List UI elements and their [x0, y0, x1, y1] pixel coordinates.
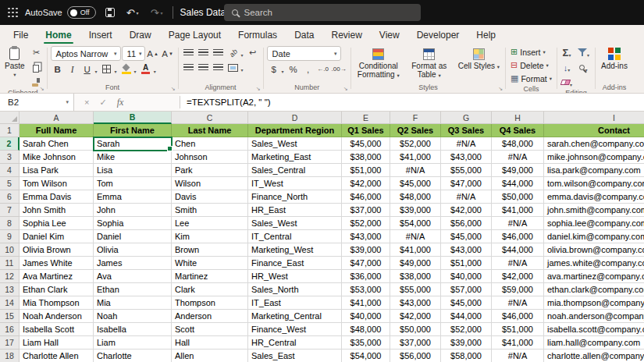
cell-I3[interactable]: mike.johnson@company.com	[544, 151, 644, 164]
cell-A3[interactable]: Mike Johnson	[20, 151, 94, 164]
column-header-A[interactable]: A	[20, 112, 94, 124]
cell-B10[interactable]: Olivia	[94, 243, 172, 257]
dialog-launcher-icon[interactable]: ↘	[40, 86, 44, 91]
cell-I6[interactable]: emma.davis@company.com	[544, 190, 644, 204]
cell-F7[interactable]: $39,000	[390, 204, 441, 217]
cell-C5[interactable]: Wilson	[172, 177, 248, 190]
copy-button[interactable]	[30, 61, 44, 74]
borders-button[interactable]	[100, 62, 114, 76]
cell-B4[interactable]: Lisa	[94, 164, 172, 177]
header-cell-E1[interactable]: Q1 Sales	[342, 124, 390, 137]
cell-G7[interactable]: $42,000	[441, 204, 492, 217]
cell-F14[interactable]: $43,000	[390, 296, 441, 310]
tab-data[interactable]: Data	[286, 25, 322, 44]
row-header-13[interactable]: 13	[0, 283, 20, 296]
cell-B15[interactable]: Noah	[94, 310, 172, 323]
cell-F13[interactable]: $55,000	[390, 283, 441, 296]
cell-G16[interactable]: $52,000	[441, 323, 492, 336]
tab-formulas[interactable]: Formulas	[229, 25, 286, 44]
cell-D12[interactable]: HR_West	[248, 270, 342, 283]
cell-C14[interactable]: Thompson	[172, 296, 248, 310]
app-launcher-icon[interactable]	[8, 8, 18, 18]
cell-D15[interactable]: Marketing_Central	[248, 310, 342, 323]
cell-F16[interactable]: $50,000	[390, 323, 441, 336]
cell-I11[interactable]: james.white@company.com	[544, 257, 644, 270]
cell-D16[interactable]: Finance_West	[248, 323, 342, 336]
cell-E18[interactable]: $54,000	[342, 350, 390, 362]
merge-center-button[interactable]	[226, 61, 240, 74]
cell-G13[interactable]: $57,000	[441, 283, 492, 296]
cell-A10[interactable]: Olivia Brown	[20, 243, 94, 257]
cell-D3[interactable]: Marketing_East	[248, 151, 342, 164]
cell-D10[interactable]: Marketing_West	[248, 243, 342, 257]
cell-E8[interactable]: $52,000	[342, 217, 390, 230]
clear-button[interactable]: ▾	[560, 76, 575, 89]
column-header-C[interactable]: C	[172, 112, 248, 124]
font-color-button[interactable]: A	[139, 62, 153, 76]
cell-C6[interactable]: Davis	[172, 190, 248, 204]
cell-C11[interactable]: White	[172, 257, 248, 270]
cell-F2[interactable]: $52,000	[390, 137, 441, 151]
cell-I13[interactable]: ethan.clark@company.com	[544, 283, 644, 296]
cell-A17[interactable]: Liam Hall	[20, 336, 94, 350]
cut-button[interactable]: ✂	[30, 46, 44, 59]
cell-H2[interactable]: $48,000	[492, 137, 544, 151]
row-header-6[interactable]: 6	[0, 190, 20, 204]
cell-B3[interactable]: Mike	[94, 151, 172, 164]
cell-E7[interactable]: $37,000	[342, 204, 390, 217]
decrease-decimal-button[interactable]: .00→	[331, 62, 347, 76]
cell-E5[interactable]: $42,000	[342, 177, 390, 190]
cell-E11[interactable]: $47,000	[342, 257, 390, 270]
cell-A2[interactable]: Sarah Chen	[20, 137, 94, 151]
font-size-combo[interactable]: 11▾	[122, 46, 145, 61]
cell-I17[interactable]: liam.hall@company.com	[544, 336, 644, 350]
cell-C10[interactable]: Brown	[172, 243, 248, 257]
cell-A5[interactable]: Tom Wilson	[20, 177, 94, 190]
insert-cells-button[interactable]: ⊞Insert▾	[509, 46, 553, 58]
formula-input[interactable]: =TEXTSPLIT(A2, " ")	[180, 94, 644, 111]
column-header-G[interactable]: G	[441, 112, 492, 124]
column-header-F[interactable]: F	[390, 112, 441, 124]
cell-E15[interactable]: $40,000	[342, 310, 390, 323]
cell-F8[interactable]: $54,000	[390, 217, 441, 230]
cell-D18[interactable]: Sales_East	[248, 350, 342, 362]
cell-F10[interactable]: $41,000	[390, 243, 441, 257]
cell-F18[interactable]: $56,000	[390, 350, 441, 362]
header-cell-G1[interactable]: Q3 Sales	[441, 124, 492, 137]
undo-button[interactable]: ↶▾	[124, 5, 141, 20]
tab-view[interactable]: View	[371, 25, 408, 44]
format-cells-button[interactable]: ▦Format▾	[509, 73, 553, 84]
cell-A14[interactable]: Mia Thompson	[20, 296, 94, 310]
find-select-button[interactable]: ▾	[577, 61, 592, 74]
cell-E9[interactable]: $43,000	[342, 230, 390, 243]
cell-G17[interactable]: $39,000	[441, 336, 492, 350]
tab-draw[interactable]: Draw	[121, 25, 160, 44]
tab-home[interactable]: Home	[37, 25, 80, 44]
cell-C15[interactable]: Anderson	[172, 310, 248, 323]
cell-D2[interactable]: Sales_West	[248, 137, 342, 151]
align-middle-button[interactable]	[197, 46, 211, 59]
cell-D4[interactable]: Sales_Central	[248, 164, 342, 177]
cell-G10[interactable]: $43,000	[441, 243, 492, 257]
cell-C8[interactable]: Lee	[172, 217, 248, 230]
insert-function-icon[interactable]: fx	[117, 97, 124, 108]
decrease-font-size-button[interactable]: A▼	[161, 47, 175, 60]
cell-A4[interactable]: Lisa Park	[20, 164, 94, 177]
header-cell-C1[interactable]: Last Name	[172, 124, 248, 137]
cell-C17[interactable]: Hall	[172, 336, 248, 350]
cell-G12[interactable]: $40,000	[441, 270, 492, 283]
cell-G15[interactable]: $44,000	[441, 310, 492, 323]
header-cell-A1[interactable]: Full Name	[20, 124, 94, 137]
tab-file[interactable]: File	[5, 25, 37, 44]
cell-A8[interactable]: Sophia Lee	[20, 217, 94, 230]
fill-button[interactable]: ↓▾	[560, 61, 575, 74]
cell-B17[interactable]: Liam	[94, 336, 172, 350]
row-header-5[interactable]: 5	[0, 177, 20, 190]
cell-I14[interactable]: mia.thompson@company.com	[544, 296, 644, 310]
cell-B13[interactable]: Ethan	[94, 283, 172, 296]
dialog-launcher-icon[interactable]: ↘	[343, 86, 348, 91]
cell-B16[interactable]: Isabella	[94, 323, 172, 336]
cell-I16[interactable]: isabella.scott@company.com	[544, 323, 644, 336]
cell-H7[interactable]: $41,000	[492, 204, 544, 217]
bold-button[interactable]: B	[51, 62, 65, 76]
